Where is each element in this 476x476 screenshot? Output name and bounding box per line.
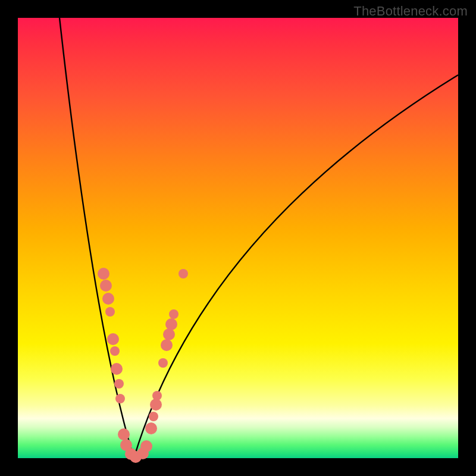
- chart-marker: [102, 293, 114, 305]
- chart-marker: [107, 333, 119, 345]
- chart-marker: [158, 358, 168, 368]
- chart-marker: [110, 346, 120, 356]
- chart-marker: [114, 379, 124, 389]
- chart-marker: [145, 422, 157, 434]
- chart-marker: [165, 318, 177, 330]
- chart-marker: [149, 412, 158, 421]
- chart-svg: [18, 18, 458, 458]
- chart-plot-area: [18, 18, 458, 458]
- chart-marker: [169, 309, 178, 319]
- chart-marker: [105, 307, 115, 317]
- chart-marker: [118, 428, 130, 440]
- chart-marker: [150, 399, 162, 411]
- chart-marker: [161, 339, 173, 351]
- chart-marker: [178, 269, 188, 278]
- chart-frame: TheBottleneck.com: [0, 0, 476, 476]
- chart-marker: [98, 268, 109, 280]
- bottleneck-curve: [60, 18, 458, 458]
- chart-marker: [152, 391, 162, 400]
- chart-marker: [163, 328, 175, 340]
- watermark-text: TheBottleneck.com: [353, 4, 468, 19]
- chart-marker: [115, 394, 125, 403]
- chart-marker: [140, 440, 152, 452]
- chart-marker: [100, 280, 112, 292]
- chart-marker: [111, 363, 123, 375]
